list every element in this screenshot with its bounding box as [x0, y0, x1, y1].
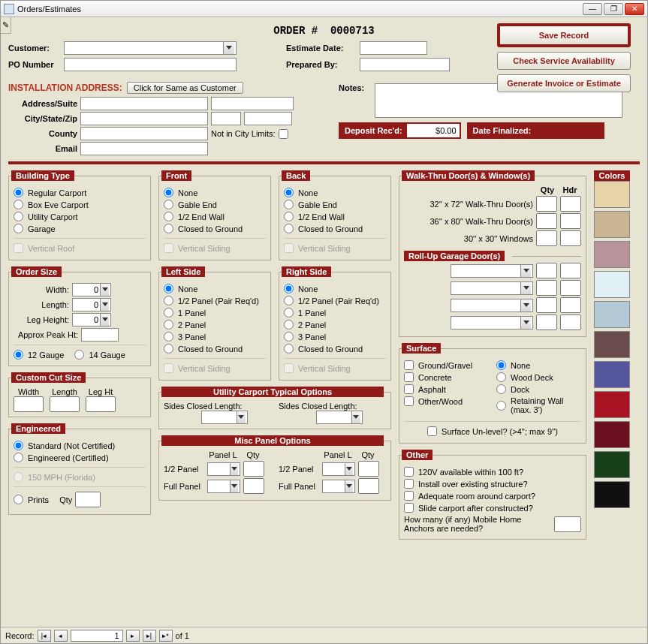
- width-dd-icon[interactable]: [100, 284, 109, 296]
- color-swatch-7[interactable]: [594, 391, 630, 418]
- county-input[interactable]: [80, 127, 208, 140]
- maximize-button[interactable]: ❐: [604, 3, 623, 15]
- rollup1-input[interactable]: [453, 265, 520, 277]
- state-input[interactable]: [211, 112, 241, 125]
- dd-icon[interactable]: [230, 480, 238, 492]
- misc-full1-input[interactable]: [209, 480, 230, 492]
- rollup2-qty[interactable]: [536, 280, 557, 296]
- std-radio[interactable]: [14, 441, 23, 450]
- rollup3-input[interactable]: [453, 299, 520, 311]
- misc-half1-combo[interactable]: [207, 462, 240, 476]
- color-swatch-2[interactable]: [594, 241, 630, 268]
- width-combo[interactable]: [72, 283, 111, 296]
- rollup4-input[interactable]: [453, 317, 520, 329]
- cc-width-input[interactable]: [14, 396, 44, 412]
- deposit-input[interactable]: [407, 124, 460, 137]
- front-none-radio[interactable]: [164, 188, 173, 197]
- rollup4-qty[interactable]: [536, 314, 557, 330]
- utility-scl2-combo[interactable]: [316, 411, 363, 424]
- color-swatch-1[interactable]: [594, 211, 630, 238]
- utility-scl1-input[interactable]: [203, 411, 237, 423]
- right-none-radio[interactable]: [284, 284, 294, 293]
- color-swatch-3[interactable]: [594, 271, 630, 298]
- nav-next-button[interactable]: ▸: [126, 630, 140, 642]
- minimize-button[interactable]: —: [583, 3, 602, 15]
- misc-half1-input[interactable]: [209, 463, 230, 475]
- left-1p-radio[interactable]: [164, 308, 173, 317]
- dd-icon[interactable]: [520, 265, 531, 277]
- not-city-limits-checkbox[interactable]: [279, 129, 288, 139]
- box-eve-radio[interactable]: [14, 200, 23, 209]
- cc-length-input[interactable]: [50, 396, 80, 412]
- close-button[interactable]: ✕: [625, 3, 644, 15]
- nav-new-button[interactable]: ▸*: [159, 630, 173, 642]
- dd-icon[interactable]: [345, 480, 353, 492]
- same-as-customer-button[interactable]: Click for Same as Customer: [127, 82, 243, 94]
- wt-r3-qty[interactable]: [536, 230, 557, 246]
- color-swatch-10[interactable]: [594, 481, 630, 508]
- right-1p-radio[interactable]: [284, 308, 294, 317]
- back-closed-radio[interactable]: [284, 224, 294, 233]
- color-swatch-0[interactable]: [594, 181, 630, 208]
- surf-other-check[interactable]: [404, 396, 414, 406]
- front-closed-radio[interactable]: [164, 224, 173, 233]
- misc-full2-input[interactable]: [324, 480, 345, 492]
- dd-icon[interactable]: [520, 317, 531, 329]
- garage-radio[interactable]: [14, 224, 23, 233]
- rollup2-input[interactable]: [453, 282, 520, 294]
- back-none-radio[interactable]: [284, 188, 294, 197]
- color-swatch-9[interactable]: [594, 451, 630, 478]
- right-half-radio[interactable]: [284, 296, 294, 305]
- utility-scl2-input[interactable]: [318, 411, 351, 423]
- right-2p-radio[interactable]: [284, 320, 294, 330]
- rollup2-combo[interactable]: [451, 281, 533, 295]
- width-input[interactable]: [74, 284, 100, 296]
- prints-radio[interactable]: [14, 495, 23, 504]
- regular-carport-radio[interactable]: [14, 188, 23, 197]
- back-gable-radio[interactable]: [284, 200, 294, 209]
- cc-leght-input[interactable]: [86, 396, 116, 412]
- length-input[interactable]: [74, 299, 100, 311]
- nav-last-button[interactable]: ▸|: [143, 630, 156, 642]
- cert-radio[interactable]: [14, 453, 23, 462]
- left-half-radio[interactable]: [164, 296, 173, 305]
- rollup2-hdr[interactable]: [560, 280, 581, 296]
- rollup4-hdr[interactable]: [560, 314, 581, 330]
- dd-icon[interactable]: [230, 463, 238, 475]
- dd-icon[interactable]: [520, 299, 531, 311]
- right-closed-radio[interactable]: [284, 344, 294, 354]
- front-half-radio[interactable]: [164, 212, 173, 221]
- surf-wood-radio[interactable]: [496, 372, 506, 382]
- generate-invoice-button[interactable]: Generate Invoice or Estimate: [497, 74, 631, 92]
- rollup1-hdr[interactable]: [560, 263, 581, 278]
- zip-input[interactable]: [244, 112, 292, 125]
- dd-icon[interactable]: [345, 463, 353, 475]
- back-half-radio[interactable]: [284, 212, 294, 221]
- rollup3-combo[interactable]: [451, 299, 533, 312]
- misc-full1-qty[interactable]: [243, 478, 264, 494]
- estimate-date-input[interactable]: [360, 41, 427, 55]
- surf-none-radio[interactable]: [496, 360, 506, 370]
- utility-scl2-dd-icon[interactable]: [351, 411, 360, 423]
- misc-half2-qty[interactable]: [358, 461, 379, 477]
- date-finalized-input[interactable]: [535, 124, 603, 137]
- wt-r2-qty[interactable]: [536, 213, 557, 229]
- approx-peak-input[interactable]: [81, 328, 119, 342]
- check-availability-button[interactable]: Check Service Availability: [497, 52, 631, 70]
- nav-first-button[interactable]: |◂: [38, 630, 51, 642]
- misc-full2-combo[interactable]: [322, 480, 355, 493]
- misc-full2-qty[interactable]: [358, 478, 379, 494]
- other-anchors-input[interactable]: [554, 516, 581, 532]
- record-selector[interactable]: ✎: [1, 17, 11, 34]
- rollup3-qty[interactable]: [536, 297, 557, 313]
- gauge12-radio[interactable]: [14, 350, 23, 360]
- customer-combo[interactable]: [64, 41, 237, 55]
- wt-r1-hdr[interactable]: [560, 196, 581, 212]
- surf-dock-radio[interactable]: [496, 384, 506, 394]
- left-none-radio[interactable]: [164, 284, 173, 293]
- misc-half2-combo[interactable]: [322, 462, 355, 476]
- wt-r2-hdr[interactable]: [560, 213, 581, 229]
- wt-r3-hdr[interactable]: [560, 230, 581, 246]
- surf-concrete-check[interactable]: [404, 372, 414, 382]
- misc-half2-input[interactable]: [324, 463, 345, 475]
